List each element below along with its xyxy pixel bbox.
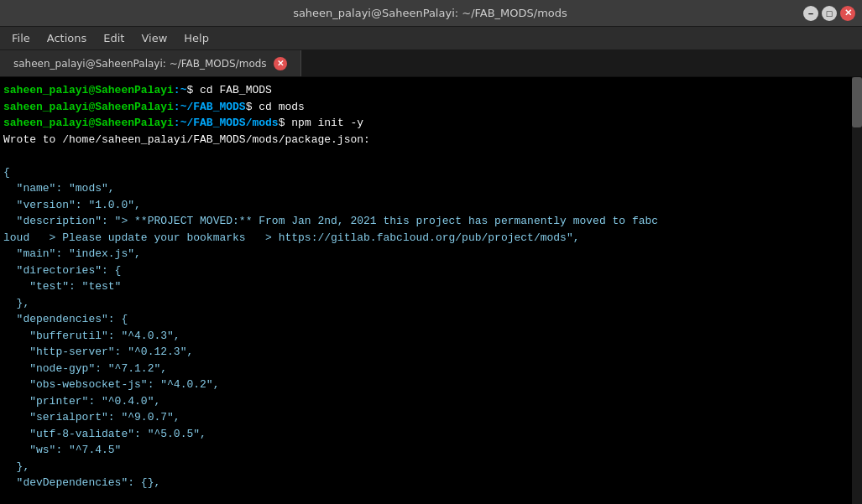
terminal-line-19: "obs-websocket-js": "^4.0.2", xyxy=(3,377,849,393)
terminal-line-10: loud > Please update your bookmarks > ht… xyxy=(3,230,849,247)
terminal-line-21: "serialport": "^9.0.7", xyxy=(3,409,849,426)
close-button[interactable]: ✕ xyxy=(840,6,855,21)
terminal-line-7: "name": "mods", xyxy=(3,180,849,197)
terminal-content: saheen_palayi@SaheenPalayi:~$ cd FAB_MOD… xyxy=(3,82,849,491)
terminal-line-13: "test": "test" xyxy=(3,278,849,295)
terminal-line-6: { xyxy=(3,164,849,181)
terminal-line-15: "dependencies": { xyxy=(3,311,849,328)
terminal-line-4: Wrote to /home/saheen_palayi/FAB_MODS/mo… xyxy=(3,132,849,148)
scrollbar-thumb[interactable] xyxy=(852,77,862,127)
terminal-tab[interactable]: saheen_palayi@SaheenPalayi: ~/FAB_MODS/m… xyxy=(0,50,301,76)
title-bar: saheen_palayi@SaheenPalayi: ~/FAB_MODS/m… xyxy=(0,0,862,27)
terminal-line-12: "directories": { xyxy=(3,262,849,279)
menu-bar: File Actions Edit View Help xyxy=(0,27,862,50)
terminal-line-2: saheen_palayi@SaheenPalayi:~/FAB_MODS$ c… xyxy=(3,99,849,116)
maximize-button[interactable]: □ xyxy=(822,6,837,21)
terminal-line-25: "devDependencies": {}, xyxy=(3,475,849,491)
terminal-area[interactable]: saheen_palayi@SaheenPalayi:~$ cd FAB_MOD… xyxy=(0,77,862,504)
terminal-line-17: "http-server": "^0.12.3", xyxy=(3,344,849,361)
terminal-line-24: }, xyxy=(3,459,849,475)
terminal-line-9: "description": "> **PROJECT MOVED:** Fro… xyxy=(3,213,849,230)
terminal-line-16: "bufferutil": "^4.0.3", xyxy=(3,328,849,345)
menu-file[interactable]: File xyxy=(3,29,39,48)
terminal-line-8: "version": "1.0.0", xyxy=(3,197,849,214)
scrollbar-track[interactable] xyxy=(852,77,862,504)
window-title: saheen_palayi@SaheenPalayi: ~/FAB_MODS/m… xyxy=(57,7,803,19)
window-controls: – □ ✕ xyxy=(803,6,855,21)
tab-bar: saheen_palayi@SaheenPalayi: ~/FAB_MODS/m… xyxy=(0,50,862,77)
terminal-line-20: "printer": "^0.4.0", xyxy=(3,393,849,410)
menu-view[interactable]: View xyxy=(133,29,175,48)
menu-help[interactable]: Help xyxy=(175,29,217,48)
tab-label: saheen_palayi@SaheenPalayi: ~/FAB_MODS/m… xyxy=(13,58,267,70)
minimize-button[interactable]: – xyxy=(803,6,818,21)
terminal-line-11: "main": "index.js", xyxy=(3,246,849,262)
terminal-line-23: "ws": "^7.4.5" xyxy=(3,442,849,459)
terminal-line-18: "node-gyp": "^7.1.2", xyxy=(3,361,849,377)
menu-actions[interactable]: Actions xyxy=(39,29,96,48)
menu-edit[interactable]: Edit xyxy=(95,29,133,48)
terminal-line-1: saheen_palayi@SaheenPalayi:~$ cd FAB_MOD… xyxy=(3,82,849,99)
terminal-line-22: "utf-8-validate": "^5.0.5", xyxy=(3,426,849,443)
terminal-line-3: saheen_palayi@SaheenPalayi:~/FAB_MODS/mo… xyxy=(3,115,849,132)
tab-close-button[interactable]: ✕ xyxy=(274,57,287,70)
terminal-line-14: }, xyxy=(3,295,849,312)
